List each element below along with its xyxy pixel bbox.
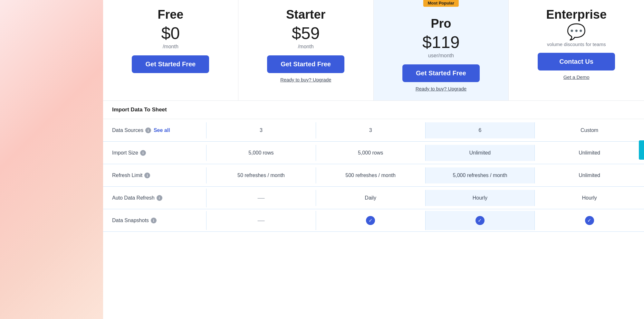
feature-value-cell: Hourly <box>425 190 535 206</box>
free-plan-period: /month <box>163 44 178 50</box>
starter-upgrade-link[interactable]: Ready to buy? Upgrade <box>280 77 331 82</box>
free-plan-name: Free <box>158 8 183 22</box>
main-content: Free $0 /month Get Started Free Starter … <box>103 0 644 319</box>
feature-value-cell: ✓ <box>316 211 425 230</box>
import-section-title: Import Data To Sheet <box>112 107 167 113</box>
pro-plan-period: user/month <box>428 53 454 59</box>
decorative-left-panel <box>0 0 103 319</box>
info-icon[interactable]: i <box>151 218 157 223</box>
pro-plan-price: $119 <box>422 33 460 52</box>
feature-row: Import Sizei5,000 rows5,000 rowsUnlimite… <box>103 142 644 164</box>
feature-value-cell: 5,000 rows <box>316 145 425 161</box>
free-plan-price: $0 <box>161 24 180 42</box>
feature-rows-container: Data SourcesiSee all336CustomImport Size… <box>103 119 644 232</box>
feature-label-cell: Refresh Limiti <box>103 167 206 183</box>
enterprise-volume-text: volume discounts for teams <box>547 42 606 47</box>
features-table: Import Data To Sheet Data SourcesiSee al… <box>103 101 644 319</box>
enterprise-demo-link[interactable]: Get a Demo <box>563 74 590 80</box>
starter-plan-column: Starter $59 /month Get Started Free Read… <box>238 0 374 100</box>
feature-label-cell: Auto Data Refreshi <box>103 190 206 206</box>
enterprise-cta-button[interactable]: Contact Us <box>538 53 615 70</box>
feature-row: Data SourcesiSee all336Custom <box>103 119 644 142</box>
dash-value: — <box>257 194 264 202</box>
starter-plan-period: /month <box>298 44 314 50</box>
feature-value-cell: Unlimited <box>534 167 644 183</box>
most-popular-badge: Most Popular <box>423 0 459 7</box>
feature-value-cell: Unlimited <box>425 145 535 161</box>
feature-value-cell: 3 <box>316 122 425 138</box>
pro-cta-button[interactable]: Get Started Free <box>402 64 480 82</box>
feature-value-cell: 6 <box>425 122 535 138</box>
pro-plan-name: Pro <box>431 17 451 31</box>
info-icon[interactable]: i <box>140 150 146 156</box>
feature-label-cell: Data SourcesiSee all <box>103 122 206 138</box>
feature-value-cell: — <box>206 189 316 207</box>
feature-row: Refresh Limiti50 refreshes / month500 re… <box>103 164 644 187</box>
feature-value-cell: 500 refreshes / month <box>316 167 425 183</box>
feature-value-cell: 5,000 refreshes / month <box>425 167 535 183</box>
starter-plan-name: Starter <box>286 8 326 22</box>
feature-value-cell: ✓ <box>534 211 644 230</box>
feature-label: Data Snapshots <box>112 218 149 223</box>
check-icon: ✓ <box>585 216 594 225</box>
feature-label: Data Sources <box>112 127 143 133</box>
free-cta-button[interactable]: Get Started Free <box>132 55 209 73</box>
enterprise-plan-column: Enterprise 💬 volume discounts for teams … <box>509 0 644 100</box>
pro-upgrade-link[interactable]: Ready to buy? Upgrade <box>416 86 466 91</box>
info-icon[interactable]: i <box>145 127 151 133</box>
feature-label: Import Size <box>112 150 138 156</box>
feature-value-cell: Hourly <box>534 190 644 206</box>
enterprise-plan-name: Enterprise <box>546 8 607 22</box>
dash-value: — <box>257 216 264 224</box>
check-icon: ✓ <box>366 216 375 225</box>
feature-label: Refresh Limit <box>112 173 142 178</box>
feature-value-cell: Daily <box>316 190 425 206</box>
feature-value-cell: Unlimited <box>534 145 644 161</box>
info-icon[interactable]: i <box>157 195 162 201</box>
import-section-header: Import Data To Sheet <box>103 101 644 119</box>
starter-plan-price: $59 <box>292 24 320 42</box>
feature-value-cell: Custom <box>534 122 644 138</box>
feature-label-cell: Import Sizei <box>103 145 206 161</box>
feature-value-cell: 50 refreshes / month <box>206 167 316 183</box>
feature-label: Auto Data Refresh <box>112 195 155 201</box>
feature-value-cell: ✓ <box>425 211 535 230</box>
free-plan-column: Free $0 /month Get Started Free <box>103 0 238 100</box>
info-icon[interactable]: i <box>144 173 150 178</box>
see-all-link[interactable]: See all <box>154 127 170 133</box>
pricing-header: Free $0 /month Get Started Free Starter … <box>103 0 644 101</box>
starter-cta-button[interactable]: Get Started Free <box>267 55 344 73</box>
pro-plan-column: Most Popular Pro $119 user/month Get Sta… <box>374 0 509 100</box>
feature-value-cell: — <box>206 211 316 230</box>
feature-value-cell: 3 <box>206 122 316 138</box>
feature-row: Data Snapshotsi—✓✓✓ <box>103 209 644 232</box>
feature-row: Auto Data Refreshi—DailyHourlyHourly <box>103 187 644 209</box>
check-icon: ✓ <box>476 216 485 225</box>
feature-value-cell: 5,000 rows <box>206 145 316 161</box>
scroll-indicator[interactable] <box>639 140 644 160</box>
chat-icon: 💬 <box>567 24 586 40</box>
feature-label-cell: Data Snapshotsi <box>103 212 206 229</box>
